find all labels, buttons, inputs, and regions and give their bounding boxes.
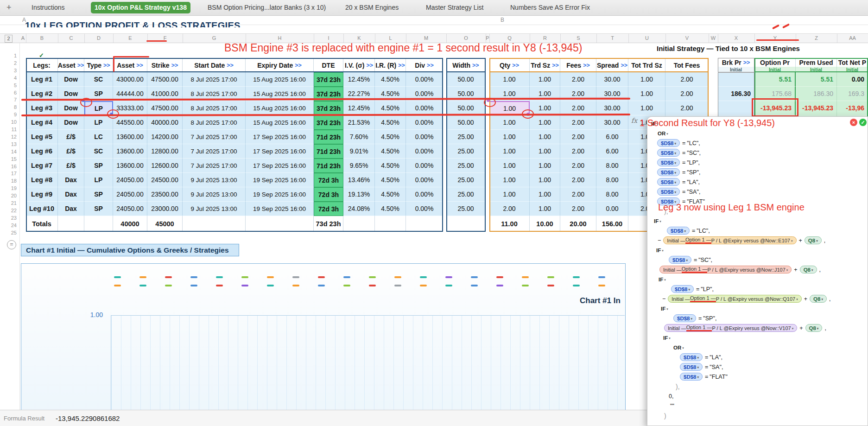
operator-token[interactable]: +	[804, 296, 807, 302]
cell-D22[interactable]: SP	[84, 202, 113, 216]
column-letter-AA[interactable]: AA	[837, 34, 868, 43]
cell-reference-token[interactable]: $D$8▾	[667, 227, 690, 235]
cell-X6[interactable]: 186.30	[718, 87, 754, 101]
cell-D24[interactable]	[84, 216, 113, 232]
formula-line-28[interactable]: 0,	[650, 391, 866, 401]
formula-line-5[interactable]: $D$8▾="SP",	[650, 167, 866, 177]
literal-token[interactable]: "SP",	[703, 315, 716, 322]
cell-U6[interactable]: 1.00	[628, 87, 665, 101]
operator-token[interactable]: =	[705, 374, 708, 380]
formula-line-7[interactable]: $D$8▾="SA",	[650, 187, 866, 197]
cell-L16[interactable]: 4.50%	[375, 159, 406, 173]
cell-E10[interactable]: 44550.00	[113, 115, 147, 130]
row-number-10[interactable]: 10	[4, 119, 17, 125]
cell-G8[interactable]: 8 Jul 2025 17:00	[183, 101, 246, 115]
formula-line-23[interactable]: OR▾	[650, 343, 866, 352]
cell-G14[interactable]: 7 Jul 2025 17:00	[183, 144, 246, 159]
formula-line-29[interactable]: ""	[650, 401, 866, 411]
literal-token[interactable]: "SA",	[687, 189, 700, 195]
formula-line-2[interactable]: $D$8▾="LC",	[650, 138, 866, 148]
cell-I8[interactable]: 37d 23h	[314, 101, 343, 115]
cell-U8[interactable]: 1.00	[628, 101, 665, 115]
cell-O8[interactable]: 50.00	[446, 101, 486, 115]
formula-line-6[interactable]: $D$8▾="LA",	[650, 177, 866, 187]
cell-B8[interactable]: Leg #3	[26, 101, 58, 115]
chevron-down-icon[interactable]: ▾	[792, 327, 794, 331]
cell-Q18[interactable]: 1.00	[489, 173, 530, 187]
sort-arrows-icon[interactable]: >>	[472, 62, 479, 69]
formula-line-27[interactable]: ),	[650, 381, 866, 391]
cell-M20[interactable]: 0.00%	[406, 187, 443, 202]
cell-Q20[interactable]: 1.00	[489, 187, 530, 202]
cell-X4[interactable]	[718, 72, 754, 87]
cell-H2[interactable]: Expiry Date>>	[246, 58, 314, 72]
cell-M8[interactable]: 0.00%	[406, 101, 443, 115]
sort-arrows-icon[interactable]: >>	[743, 59, 750, 66]
cell-D2[interactable]: Type>>	[84, 58, 113, 72]
cell-D12[interactable]: LC	[84, 130, 113, 144]
region-label-b[interactable]: B	[501, 17, 504, 23]
row-number-1[interactable]: 1	[4, 52, 17, 59]
cell-S20[interactable]: 2.00	[560, 187, 596, 202]
cell-K22[interactable]: 24.08%	[343, 202, 375, 216]
chart-canvas[interactable]: Chart #1 In 1.00	[21, 263, 626, 413]
cell-H8[interactable]: 15 Aug 2025 16:00	[246, 101, 314, 115]
formula-line-22[interactable]: IF▾	[650, 333, 866, 343]
cell-B14[interactable]: Leg #6	[26, 144, 58, 159]
sort-arrows-icon[interactable]: >>	[77, 62, 84, 69]
cell-E24[interactable]: 40000	[113, 216, 147, 232]
cell-I16[interactable]: 71d 23h	[314, 159, 343, 173]
cell-H20[interactable]: 19 Sep 2025 16:00	[246, 187, 314, 202]
cell-G20[interactable]: 9 Jul 2025 13:00	[183, 187, 246, 202]
cell-I12[interactable]: 71d 23h	[314, 130, 343, 144]
cell-G12[interactable]: 7 Jul 2025 17:00	[183, 130, 246, 144]
cell-I22[interactable]: 72d 3h	[314, 202, 343, 216]
add-sheet-button[interactable]: +	[3, 0, 15, 15]
cell-H24[interactable]	[246, 216, 314, 232]
chevron-down-icon[interactable]: ▾	[664, 278, 666, 282]
cell-L14[interactable]: 4.50%	[375, 144, 406, 159]
formula-line-14[interactable]: $D$8▾="SC",	[650, 255, 866, 265]
calc-badge[interactable]: =	[7, 240, 16, 249]
chevron-down-icon[interactable]: ▾	[791, 239, 793, 243]
sort-arrows-icon[interactable]: >>	[103, 62, 110, 69]
formula-editor-popup[interactable]: IF▾OR▾$D$8▾="LC",$D$8▾="SC",$D$8▾="LP",$…	[647, 116, 868, 426]
cell-O22[interactable]: 25.00	[446, 202, 486, 216]
literal-token[interactable]: "SA",	[710, 364, 723, 370]
literal-token[interactable]: "SC",	[687, 150, 701, 156]
cell-T16[interactable]: 8.00	[596, 159, 628, 173]
cell-K4[interactable]: 12.45%	[343, 72, 375, 87]
cell-L24[interactable]	[375, 216, 406, 232]
cell-R16[interactable]: 1.00	[530, 159, 560, 173]
cell-G16[interactable]: 7 Jul 2025 17:00	[183, 159, 246, 173]
cell-E14[interactable]: 13600.00	[113, 144, 147, 159]
cell-B10[interactable]: Leg #4	[26, 115, 58, 130]
cell-F16[interactable]: 12600.00	[147, 159, 183, 173]
cell-B22[interactable]: Leg #10	[26, 202, 58, 216]
cell-K2[interactable]: I.V. (σ)>>	[343, 58, 375, 72]
cell-M22[interactable]: 0.00%	[406, 202, 443, 216]
formula-line-26[interactable]: $D$8▾="FLAT"	[650, 372, 866, 381]
cell-C16[interactable]: £/$	[58, 159, 84, 173]
cell-M14[interactable]: 0.00%	[406, 144, 443, 159]
cell-reference-token[interactable]: $D$8▾	[657, 168, 680, 176]
row-number-16[interactable]: 16	[4, 163, 17, 170]
row-number-19[interactable]: 19	[4, 185, 17, 191]
cell-K14[interactable]: 9.01%	[343, 144, 375, 159]
function-token[interactable]: OR	[658, 131, 665, 136]
row-number-9[interactable]: 9	[4, 111, 17, 118]
function-token[interactable]: IF	[663, 335, 668, 341]
column-letter-D[interactable]: D	[84, 34, 114, 43]
formula-line-21[interactable]: Initial — Option 1 — P / L @Expiry versu…	[650, 323, 866, 333]
cell-L18[interactable]: 4.50%	[375, 173, 406, 187]
cell-reference-token[interactable]: $D$8▾	[680, 373, 703, 381]
cell-S4[interactable]: 2.00	[560, 72, 596, 87]
sort-arrows-icon[interactable]: >>	[512, 62, 519, 69]
cell-Q22[interactable]: 2.00	[489, 202, 530, 216]
operator-token[interactable]: =	[682, 169, 685, 176]
cell-L22[interactable]: 4.50%	[375, 202, 406, 216]
chevron-down-icon[interactable]: ▾	[675, 152, 677, 155]
cell-T12[interactable]: 6.00	[596, 130, 628, 144]
range-reference-token[interactable]: Initial — Option 1 — P / L @Expiry versu…	[664, 324, 797, 332]
cell-T20[interactable]: 8.00	[596, 187, 628, 202]
